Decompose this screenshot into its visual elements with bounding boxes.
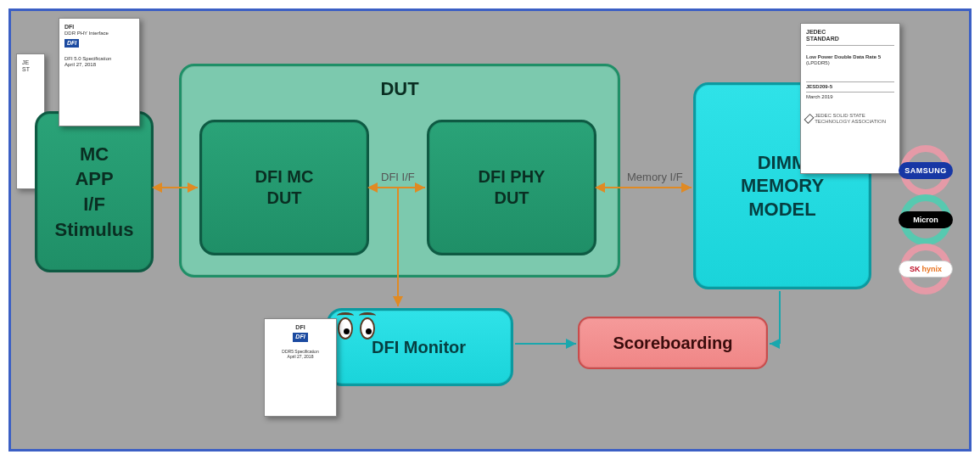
text: MEMORY [741,175,824,196]
text: DUT [494,188,529,207]
text: APP [75,168,113,189]
micron-logo: Micron [899,211,953,228]
vendor-logos: SAMSUNG Micron SK hynix [892,145,968,293]
jedec-mark-icon [804,114,815,124]
doc-org: JEDEC SOLID STATE TECHNOLOGY ASSOCIATION [815,113,894,125]
vendor-micron: Micron [892,194,960,247]
dfi-logo: DFI [293,333,307,341]
doc-code: JESD209-5 [806,84,894,90]
doc-h1: JEDEC [806,29,894,36]
doc-sub: DDR PHY Interface [64,31,134,36]
text: I/F [83,194,105,215]
text: hynix [922,265,943,273]
doc-date: April 27, 2018 [64,62,134,68]
doc-date: April 27, 2018 [270,354,331,359]
doc-dfi-spec-2: DFI DFI DDR5 Specification April 27, 201… [264,318,337,417]
doc-title: DFI [64,24,134,31]
dfi-logo: DFI [64,39,79,48]
dfi-phy-text: DFI PHY DUT [479,166,546,209]
doc-title: DFI [270,324,331,331]
doc-text: ST [22,66,30,72]
doc-jedec-standard: JEDEC STANDARD Low Power Double Data Rat… [800,23,900,174]
text: DFI PHY [479,167,546,186]
dfi-phy-dut-block: DFI PHY DUT [427,120,596,255]
doc-sub: (LPDDR5) [806,60,894,66]
text: MC [80,143,109,165]
stimulus-text: MC APP I/F Stimulus [55,142,134,243]
dut-title: DUT [380,78,418,100]
doc-date: March 2019 [806,94,894,100]
dfi-mc-text: DFI MC DUT [255,166,314,209]
vendor-skhynix: SK hynix [892,244,960,296]
text: DUT [266,188,301,207]
jedec-footer: JEDEC SOLID STATE TECHNOLOGY ASSOCIATION [806,113,894,125]
text: SK [910,265,921,273]
text: DFI MC [255,167,314,186]
diagram-stage: JE ST MC APP I/F Stimulus DFI DDR PHY In… [11,11,969,449]
doc-spec: DFI 5.0 Specification [64,56,134,62]
label-memory-if: Memory I/F [627,171,683,183]
samsung-logo: SAMSUNG [899,162,953,179]
doc-title: Low Power Double Data Rate 5 [806,54,894,60]
diagram-frame: JE ST MC APP I/F Stimulus DFI DDR PHY In… [8,8,972,452]
scoreboard-text: Scoreboarding [613,334,732,353]
skhynix-logo: SK hynix [899,261,953,278]
doc-text: JE [22,59,29,65]
scoreboarding-block: Scoreboarding [578,317,768,369]
text: MODEL [748,199,815,220]
vendor-samsung: SAMSUNG [892,145,960,198]
doc-h2: STANDARD [806,36,894,42]
stimulus-block: MC APP I/F Stimulus [35,111,154,272]
text: Stimulus [55,219,134,240]
doc-dfi-spec-1: DFI DDR PHY Interface DFI DFI 5.0 Specif… [59,18,140,126]
dfi-mc-dut-block: DFI MC DUT [199,120,369,255]
eyes-icon [338,317,375,343]
label-dfi-if: DFI I/F [381,171,415,183]
dfi-monitor-block: DFI Monitor [327,308,513,386]
